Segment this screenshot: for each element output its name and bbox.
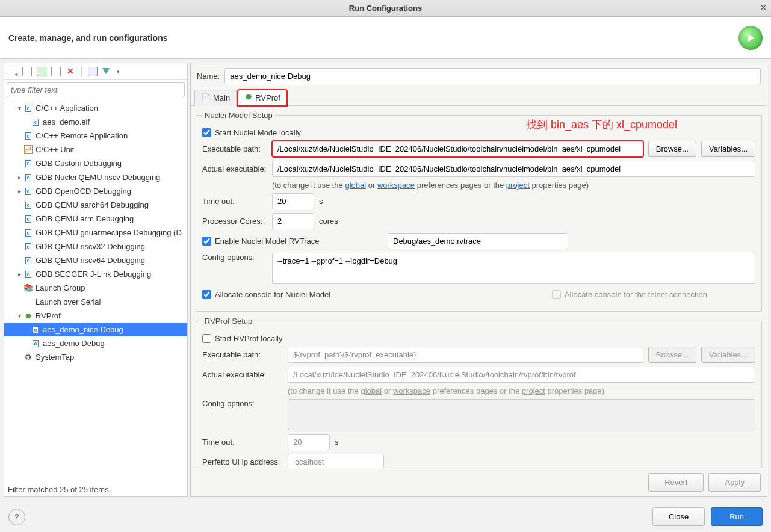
tree-item[interactable]: ▸cGDB OpenOCD Debugging: [4, 184, 187, 198]
tree-item[interactable]: cGDB QEMU riscv32 Debugging: [4, 240, 187, 253]
config-tree: ▾cC/C++ Applicationcaes_demo.elfcC/C++ R…: [4, 100, 187, 483]
left-panel: ✕ ▾ ▾cC/C++ Applicationcaes_demo.elfcC/C…: [4, 63, 188, 497]
export-icon[interactable]: [37, 67, 46, 76]
cores-input[interactable]: [272, 213, 314, 229]
new-proto-icon[interactable]: [22, 67, 32, 76]
rvtrace-path-input[interactable]: [388, 233, 568, 249]
tree-label: GDB QEMU riscv64 Debugging: [36, 256, 145, 265]
tab-rvprof[interactable]: RVProf: [238, 90, 287, 106]
tree-label: GDB QEMU aarch64 Debugging: [36, 200, 149, 209]
filter-input[interactable]: [7, 82, 185, 97]
nuclei-hint: (to change it use the global or workspac…: [272, 181, 755, 190]
exec-path-input[interactable]: [272, 141, 643, 157]
tree-item[interactable]: ▸cGDB Nuclei QEMU riscv Debugging: [4, 170, 187, 184]
rvprof-legend: RVProf Setup: [202, 317, 255, 326]
tree-label: GDB OpenOCD Debugging: [36, 187, 131, 196]
exec-path-label: Executable path:: [202, 144, 267, 153]
expander-icon[interactable]: ▸: [15, 188, 23, 194]
start-nuclei-checkbox[interactable]: [202, 128, 211, 137]
actual-exec-input[interactable]: [272, 161, 755, 177]
workspace-link[interactable]: workspace: [377, 181, 415, 190]
rvprof-fieldset: RVProf Setup Start RVProf locally Execut…: [196, 317, 762, 468]
tabs: 📄 Main RVProf: [191, 89, 767, 106]
actual-exec-label: Actual executable:: [202, 164, 267, 173]
help-icon[interactable]: ?: [8, 509, 25, 525]
cores-label: Processor Cores:: [202, 217, 267, 226]
tree-item[interactable]: caes_demo Debug: [4, 336, 187, 350]
tree-item[interactable]: cGDB QEMU aarch64 Debugging: [4, 198, 187, 212]
project-link[interactable]: project: [506, 181, 530, 190]
tree-item[interactable]: cGDB QEMU gnuarmeclipse Debugging (D: [4, 226, 187, 240]
tab-main[interactable]: 📄 Main: [194, 90, 237, 106]
start-rvprof-checkbox[interactable]: [202, 334, 211, 343]
rvprof-timeout-label: Time out:: [202, 438, 283, 447]
tree-item[interactable]: ▸cGDB SEGGER J-Link Debugging: [4, 267, 187, 281]
revert-button[interactable]: Revert: [648, 473, 704, 492]
tree-item[interactable]: caes_demo_nice Debug: [4, 323, 187, 336]
tree-item[interactable]: ⚙SystemTap: [4, 350, 187, 364]
left-toolbar: ✕ ▾: [4, 63, 187, 80]
name-label: Name:: [197, 72, 220, 81]
tree-item[interactable]: cGDB Custom Debugging: [4, 156, 187, 170]
browse-button[interactable]: Browse...: [648, 141, 696, 157]
rvprof-browse-button: Browse...: [648, 347, 696, 363]
tree-item[interactable]: cGDB QEMU arm Debugging: [4, 212, 187, 226]
bug-icon: [244, 93, 253, 103]
separator: [81, 66, 82, 77]
tree-item[interactable]: cC/C++ Remote Application: [4, 129, 187, 143]
perfetto-label: Perfetto UI ip address:: [202, 457, 283, 466]
right-panel: Name: 📄 Main RVProf Nuclei Model Setup 找…: [190, 63, 767, 497]
rvprof-exec-label: Executable path:: [202, 350, 283, 359]
nuclei-fieldset: Nuclei Model Setup 找到 bin_aes 下的 xl_cpum…: [196, 111, 762, 312]
duplicate-icon[interactable]: [51, 67, 61, 76]
name-input[interactable]: [224, 68, 761, 84]
tree-label: GDB SEGGER J-Link Debugging: [36, 270, 151, 279]
filter-dropdown-icon[interactable]: ▾: [117, 69, 120, 75]
expander-icon[interactable]: ▸: [15, 271, 23, 277]
tree-label: C/C++ Application: [36, 104, 98, 113]
tree-item[interactable]: 📚Launch Group: [4, 281, 187, 295]
run-button[interactable]: Run: [711, 507, 763, 526]
tree-item[interactable]: ▾cC/C++ Application: [4, 101, 187, 115]
tree-item[interactable]: cuC/C++ Unit: [4, 143, 187, 156]
nuclei-legend: Nuclei Model Setup: [202, 111, 275, 120]
rvtrace-checkbox[interactable]: [202, 237, 211, 246]
window-close-icon[interactable]: ×: [761, 2, 766, 13]
start-nuclei-label: Start Nuclei Mode locally: [215, 128, 301, 137]
timeout-input[interactable]: [272, 193, 314, 209]
new-config-icon[interactable]: [8, 67, 17, 76]
tree-label: Launch Group: [36, 283, 85, 292]
delete-icon[interactable]: ✕: [66, 67, 75, 76]
expander-icon[interactable]: ▾: [15, 312, 23, 319]
global-link[interactable]: global: [345, 181, 366, 190]
tree-item[interactable]: ▾RVProf: [4, 309, 187, 323]
tree-item[interactable]: Launch over Serial: [4, 295, 187, 309]
rvprof-config-input: [288, 399, 755, 430]
tree-label: aes_demo Debug: [43, 339, 105, 348]
page-heading: Create, manage, and run configurations: [8, 33, 168, 43]
variables-button[interactable]: Variables...: [701, 141, 755, 157]
alloc-telnet-label: Allocate console for the telnet connecti…: [565, 290, 707, 299]
filter-icon[interactable]: [102, 67, 112, 76]
close-button[interactable]: Close: [652, 507, 705, 526]
tree-item[interactable]: cGDB QEMU riscv64 Debugging: [4, 253, 187, 267]
timeout-unit: s: [319, 197, 323, 206]
rvprof-timeout-input: [288, 434, 330, 450]
apply-button[interactable]: Apply: [708, 473, 761, 492]
footer: ? Close Run: [0, 501, 771, 532]
collapse-icon[interactable]: [88, 67, 98, 76]
rvprof-timeout-unit: s: [335, 438, 339, 447]
timeout-label: Time out:: [202, 197, 267, 206]
rvprof-hint: (to change it use the global or workspac…: [288, 386, 755, 395]
expander-icon[interactable]: ▾: [15, 105, 23, 111]
tree-label: aes_demo.elf: [43, 117, 90, 126]
expander-icon[interactable]: ▸: [15, 174, 23, 181]
cores-unit: cores: [319, 217, 338, 226]
config-opts-input[interactable]: --trace=1 --gprof=1 --logdir=Debug: [272, 253, 755, 284]
alloc-console-checkbox[interactable]: [202, 290, 211, 299]
alloc-telnet-checkbox: [552, 290, 561, 299]
tree-item[interactable]: caes_demo.elf: [4, 115, 187, 129]
tree-label: C/C++ Remote Application: [36, 131, 128, 140]
start-rvprof-label: Start RVProf locally: [215, 334, 282, 343]
run-large-icon: [738, 26, 763, 50]
